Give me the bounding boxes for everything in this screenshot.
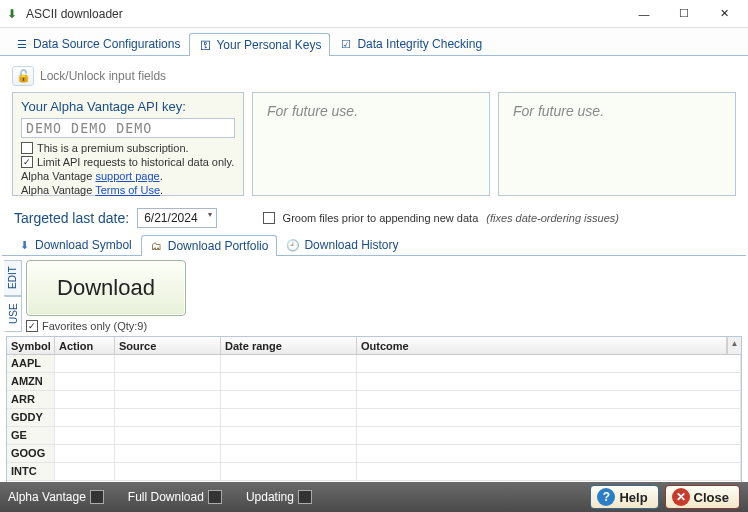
favorites-label: Favorites only (Qty:9) [42,320,147,332]
table-row[interactable]: GE [7,427,741,445]
download-button[interactable]: Download [26,260,186,316]
unlock-icon: 🔓 [16,69,31,83]
status-updating-indicator [298,490,312,504]
limit-label: Limit API requests to historical data on… [37,156,234,168]
favorites-checkbox[interactable] [26,320,38,332]
terms-link[interactable]: Terms of Use [95,184,160,196]
col-range[interactable]: Date range [221,337,357,354]
cell-symbol: GOOG [7,445,55,462]
cell-action [55,409,115,426]
tab-download-portfolio[interactable]: 🗂 Download Portfolio [141,235,278,256]
status-alpha-indicator [90,490,104,504]
cell-source [115,445,221,462]
cell-source [115,463,221,480]
cell-outcome [357,427,741,444]
api-key-input[interactable] [21,118,235,138]
status-full-indicator [208,490,222,504]
groom-hint: (fixes date-ordering issues) [486,212,619,224]
cell-range [221,463,357,480]
minimize-button[interactable]: — [624,2,664,26]
help-button[interactable]: ? Help [590,485,658,509]
status-full-label: Full Download [128,490,204,504]
future-panel-2: For future use. [498,92,736,196]
status-alpha-label: Alpha Vantage [8,490,86,504]
date-dropdown-icon: ▾ [208,212,212,218]
main-tab-strip: ☰ Data Source Configurations ⚿ Your Pers… [0,28,748,56]
col-action[interactable]: Action [55,337,115,354]
cell-range [221,373,357,390]
limit-checkbox[interactable] [21,156,33,168]
cell-action [55,391,115,408]
vertical-tab-edit[interactable]: EDIT [4,260,22,296]
sub-tab-label: Download Portfolio [168,239,269,253]
cell-range [221,445,357,462]
col-symbol[interactable]: Symbol [7,337,55,354]
cell-symbol: ARR [7,391,55,408]
table-row[interactable]: INTC [7,463,741,481]
cell-symbol: GDDY [7,409,55,426]
api-key-panel: Your Alpha Vantage API key: This is a pr… [12,92,244,196]
groom-label: Groom files prior to appending new data [283,212,479,224]
close-icon: ✕ [672,488,690,506]
tab-label: Your Personal Keys [216,38,321,52]
maximize-button[interactable]: ☐ [664,2,704,26]
key-icon: ⚿ [198,38,212,52]
table-row[interactable]: AAPL [7,355,741,373]
groom-checkbox[interactable] [263,212,275,224]
scroll-up-icon[interactable]: ▲ [727,337,741,354]
cell-source [115,373,221,390]
lock-label: Lock/Unlock input fields [40,69,166,83]
lock-row: 🔓 Lock/Unlock input fields [8,60,740,92]
cell-symbol: AAPL [7,355,55,372]
tab-download-history[interactable]: 🕘 Download History [277,234,407,255]
cell-range [221,409,357,426]
tab-download-symbol[interactable]: ⬇ Download Symbol [8,234,141,255]
close-button[interactable]: ✕ Close [665,485,740,509]
cell-action [55,427,115,444]
tab-data-integrity[interactable]: ☑ Data Integrity Checking [330,32,491,55]
cell-outcome [357,355,741,372]
cell-outcome [357,373,741,390]
cell-action [55,355,115,372]
table-row[interactable]: GOOG [7,445,741,463]
table-row[interactable]: ARR [7,391,741,409]
history-icon: 🕘 [286,238,300,252]
download-icon: ⬇ [17,238,31,252]
check-icon: ☑ [339,37,353,51]
cell-symbol: AMZN [7,373,55,390]
cell-symbol: GE [7,427,55,444]
target-date-input[interactable]: 6/21/2024 ▾ [137,208,216,228]
cell-symbol: INTC [7,463,55,480]
close-window-button[interactable]: ✕ [704,2,744,26]
status-updating-label: Updating [246,490,294,504]
support-link[interactable]: support page [95,170,159,182]
cell-range [221,355,357,372]
list-icon: ☰ [15,37,29,51]
status-bar: Alpha Vantage Full Download Updating ? H… [0,482,748,512]
vertical-tab-use[interactable]: USE [4,296,22,332]
target-date-label: Targeted last date: [14,210,129,226]
cell-action [55,373,115,390]
tab-label: Data Integrity Checking [357,37,482,51]
cell-source [115,427,221,444]
titlebar: ⬇ ASCII downloader — ☐ ✕ [0,0,748,28]
table-header: Symbol Action Source Date range Outcome … [7,337,741,355]
tab-personal-keys[interactable]: ⚿ Your Personal Keys [189,33,330,56]
lock-toggle-button[interactable]: 🔓 [12,66,34,86]
col-source[interactable]: Source [115,337,221,354]
col-outcome[interactable]: Outcome [357,337,727,354]
help-icon: ? [597,488,615,506]
table-row[interactable]: AMZN [7,373,741,391]
premium-checkbox[interactable] [21,142,33,154]
tab-data-source-config[interactable]: ☰ Data Source Configurations [6,32,189,55]
tab-label: Data Source Configurations [33,37,180,51]
cell-outcome [357,445,741,462]
cell-range [221,391,357,408]
table-row[interactable]: GDDY [7,409,741,427]
cell-action [55,445,115,462]
cell-outcome [357,409,741,426]
sub-tab-label: Download Symbol [35,238,132,252]
sub-tab-label: Download History [304,238,398,252]
api-key-title: Your Alpha Vantage API key: [21,99,235,114]
cell-range [221,427,357,444]
